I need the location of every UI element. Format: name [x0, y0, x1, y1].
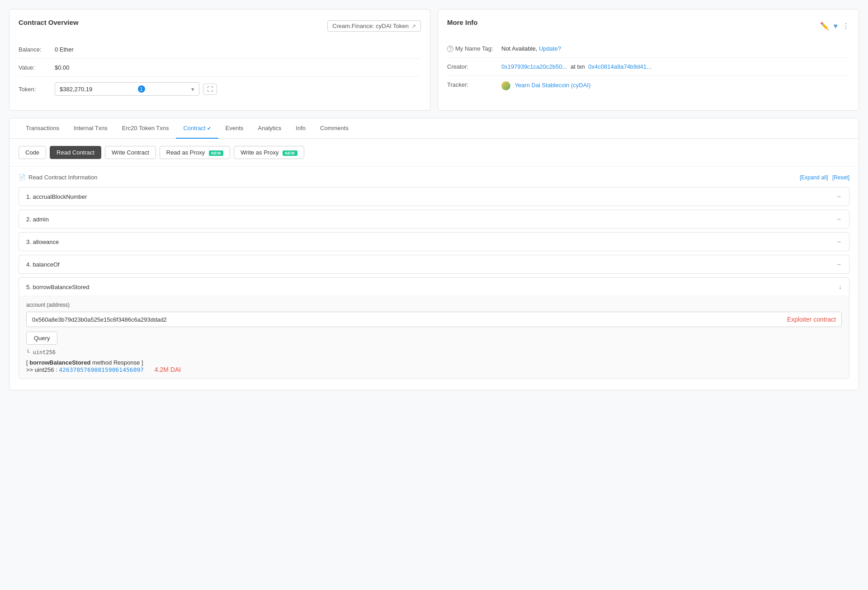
doc-icon: 📄 — [19, 174, 26, 181]
accordion-label-4: 4. balanceOf — [26, 261, 60, 268]
name-tag-label: ? My Name Tag: — [447, 45, 501, 52]
tracker-row: Tracker: Yearn Dai Stablecoin (cyDAI) — [447, 76, 849, 96]
response-value[interactable]: 426378576980159061456097 — [59, 366, 144, 373]
main-card: Transactions Internal Txns Erc20 Token T… — [9, 118, 859, 390]
reset-link[interactable]: [Reset] — [832, 174, 849, 181]
name-tag-value: Not Available, Update? — [501, 45, 561, 52]
section-title-text: Read Contract Information — [28, 174, 97, 181]
token-count-badge: 1 — [138, 85, 145, 93]
question-icon: ? — [447, 46, 453, 52]
name-tag-row: ? My Name Tag: Not Available, Update? — [447, 40, 849, 58]
external-link-icon: ↗ — [411, 23, 416, 29]
read-contract-button[interactable]: Read Contract — [50, 146, 101, 159]
token-select[interactable]: $382,270.19 1 ▾ — [55, 82, 199, 96]
section-header: 📄 Read Contract Information [Expand all]… — [19, 174, 849, 181]
contract-overview-card: Contract Overview Cream.Finance: cyDAI T… — [9, 9, 430, 111]
contract-content: 📄 Read Contract Information [Expand all]… — [9, 167, 859, 390]
chevron-down-icon: ▾ — [191, 86, 194, 93]
read-as-proxy-button[interactable]: Read as Proxy NEW — [160, 146, 230, 159]
accordion-item-4: 4. balanceOf → — [19, 255, 849, 274]
response-method-name: borrowBalanceStored — [29, 359, 90, 366]
tab-erc20[interactable]: Erc20 Token Txns — [115, 118, 176, 139]
value-row: Value: $0.00 — [19, 59, 421, 77]
address-input-wrapper[interactable]: 0x560a8e3b79d23b0a525e15c6f3486c6a293dda… — [26, 312, 842, 327]
tracker-link[interactable]: Yearn Dai Stablecoin (cyDAI) — [514, 82, 590, 89]
expand-token-button[interactable]: ⛶ — [203, 84, 217, 95]
write-as-proxy-button[interactable]: Write as Proxy NEW — [234, 146, 304, 159]
token-select-wrapper: $382,270.19 1 ▾ ⛶ — [55, 82, 421, 96]
creator-label: Creator: — [447, 63, 501, 70]
pencil-icon[interactable]: ✏️ — [820, 22, 829, 30]
address-input-text: 0x560a8e3b79d23b0a525e15c6f3486c6a293dda… — [32, 316, 778, 323]
accordion-header-5[interactable]: 5. borrowBalanceStored ↓ — [19, 278, 849, 296]
accordion-header-2[interactable]: 2. admin → — [19, 210, 849, 228]
tab-comments[interactable]: Comments — [313, 118, 356, 139]
response-block: [ borrowBalanceStored method Response ] … — [26, 359, 842, 373]
section-actions: [Expand all] [Reset] — [797, 174, 849, 181]
verified-icon: ✔ — [207, 126, 211, 131]
return-type: └ uint256 — [26, 349, 842, 356]
exploiter-annotation: Exploiter contract — [787, 316, 836, 323]
accordion-label-2: 2. admin — [26, 216, 49, 223]
creator-txn-link[interactable]: 0x4c0814a9a74b9d41... — [588, 63, 651, 70]
accordion-item-2: 2. admin → — [19, 210, 849, 229]
balance-row: Balance: 0 Ether — [19, 41, 421, 59]
write-contract-button[interactable]: Write Contract — [105, 146, 156, 159]
update-link[interactable]: Update? — [539, 45, 561, 52]
balance-label: Balance: — [19, 46, 55, 53]
tracker-icon — [501, 81, 510, 90]
accordion-header-1[interactable]: 1. accrualBlockNumber → — [19, 187, 849, 206]
contract-overview-title: Contract Overview — [19, 19, 79, 26]
creator-value: 0x197939c1ca20c2b50... at txn 0x4c0814a9… — [501, 63, 651, 70]
value-value: $0.00 — [55, 64, 70, 71]
tab-internal-txns[interactable]: Internal Txns — [66, 118, 115, 139]
accordion-header-3[interactable]: 3. allowance → — [19, 233, 849, 251]
more-info-card: More Info ✏️ ♥ ⋮ ? My Name Tag: Not Avai… — [438, 9, 859, 111]
arrow-icon-4: → — [835, 261, 842, 268]
token-badge-label: Cream.Finance: cyDAI Token — [332, 23, 409, 29]
more-options-icon[interactable]: ⋮ — [842, 22, 849, 30]
value-label: Value: — [19, 64, 55, 71]
write-as-proxy-new-badge: NEW — [283, 150, 297, 156]
response-annotation: 4.2M DAI — [155, 366, 181, 373]
accordion-item-5: 5. borrowBalanceStored ↓ account (addres… — [19, 277, 849, 379]
tab-events[interactable]: Events — [218, 118, 251, 139]
token-label: Token: — [19, 86, 55, 93]
expand-all-link[interactable]: [Expand all] — [800, 174, 828, 181]
read-as-proxy-new-badge: NEW — [209, 150, 224, 156]
arrow-icon-1: → — [835, 193, 842, 200]
accordion-item-1: 1. accrualBlockNumber → — [19, 187, 849, 206]
field-label-5: account (address) — [26, 302, 842, 308]
query-button[interactable]: Query — [26, 332, 57, 345]
tabs-row: Transactions Internal Txns Erc20 Token T… — [9, 118, 859, 139]
section-title: 📄 Read Contract Information — [19, 174, 97, 181]
creator-row: Creator: 0x197939c1ca20c2b50... at txn 0… — [447, 58, 849, 76]
accordion-header-4[interactable]: 4. balanceOf → — [19, 255, 849, 273]
sub-buttons-row: Code Read Contract Write Contract Read a… — [9, 139, 859, 167]
creator-address-link[interactable]: 0x197939c1ca20c2b50... — [501, 63, 567, 70]
more-info-title: More Info — [447, 19, 478, 26]
balance-value: 0 Ether — [55, 46, 74, 53]
token-select-value: $382,270.19 — [60, 86, 92, 93]
tab-info[interactable]: Info — [288, 118, 313, 139]
accordion-label-1: 1. accrualBlockNumber — [26, 193, 87, 200]
tab-contract[interactable]: Contract✔ — [176, 118, 218, 139]
arrow-icon-5: ↓ — [839, 283, 842, 290]
accordion-label-3: 3. allowance — [26, 239, 59, 245]
token-badge[interactable]: Cream.Finance: cyDAI Token ↗ — [327, 20, 421, 32]
heart-icon[interactable]: ♥ — [834, 22, 838, 30]
tracker-label: Tracker: — [447, 81, 501, 88]
tab-transactions[interactable]: Transactions — [19, 118, 66, 139]
code-button[interactable]: Code — [19, 146, 46, 159]
accordion-label-5: 5. borrowBalanceStored — [26, 284, 90, 290]
accordion-item-3: 3. allowance → — [19, 232, 849, 251]
tab-analytics[interactable]: Analytics — [250, 118, 288, 139]
accordion-body-5: account (address) 0x560a8e3b79d23b0a525e… — [19, 296, 849, 379]
tracker-value: Yearn Dai Stablecoin (cyDAI) — [501, 81, 590, 90]
arrow-icon-3: → — [835, 238, 842, 245]
more-info-icons: ✏️ ♥ ⋮ — [820, 22, 850, 30]
arrow-icon-2: → — [835, 215, 842, 223]
token-row: Token: $382,270.19 1 ▾ ⛶ — [19, 77, 421, 101]
